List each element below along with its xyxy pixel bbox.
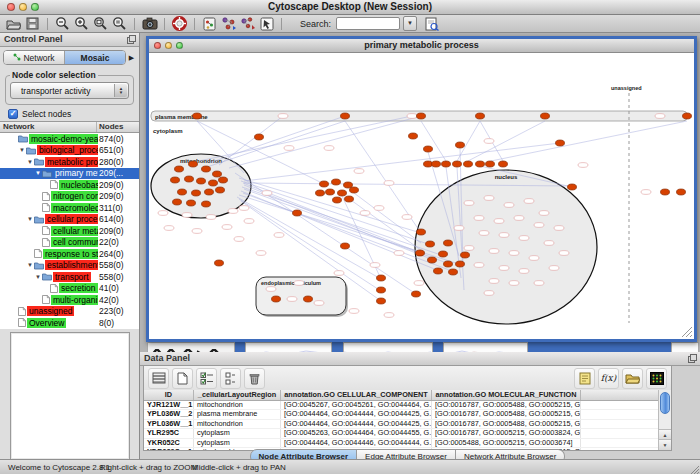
graph-node[interactable]: [173, 199, 182, 205]
tree-expand-arrow[interactable]: ▼: [34, 274, 42, 280]
graph-node-label[interactable]: [484, 196, 494, 201]
graph-node-label[interactable]: [479, 231, 489, 236]
select-nodes-checkbox[interactable]: ✓: [8, 109, 18, 119]
graph-node-label[interactable]: [578, 163, 588, 168]
graph-node-label[interactable]: [234, 237, 244, 242]
search-input[interactable]: [336, 17, 400, 30]
search-dropdown-button[interactable]: ▼: [403, 16, 417, 31]
graph-node[interactable]: [175, 166, 184, 172]
graph-node[interactable]: [213, 171, 222, 177]
graph-node-label[interactable]: [655, 114, 665, 119]
graph-node-label[interactable]: [402, 215, 412, 220]
column-header[interactable]: annotation.GO MOLECULAR_FUNCTION: [432, 390, 581, 400]
tree-row[interactable]: unassigned223(0): [0, 306, 139, 318]
graph-node[interactable]: [316, 190, 325, 196]
graph-node[interactable]: [442, 161, 451, 167]
column-header[interactable]: ID: [144, 390, 194, 400]
zoom-out-icon[interactable]: [54, 16, 71, 31]
import-attributes-icon[interactable]: [622, 368, 643, 389]
column-header[interactable]: _cellularLayoutRegion: [194, 390, 281, 400]
graph-node[interactable]: [320, 181, 329, 187]
graph-node[interactable]: [187, 200, 196, 206]
layout-nodes-icon[interactable]: [220, 16, 237, 31]
graph-node[interactable]: [412, 291, 421, 297]
graph-node[interactable]: [178, 189, 187, 195]
graph-node-label[interactable]: [504, 203, 514, 208]
graph-node[interactable]: [377, 298, 386, 304]
matrix-icon[interactable]: [646, 368, 667, 389]
graph-node[interactable]: [345, 196, 354, 202]
graph-node[interactable]: [189, 161, 198, 167]
unselect-attributes-icon[interactable]: [220, 368, 241, 389]
graph-node-label[interactable]: [360, 211, 370, 216]
graph-node-label[interactable]: [484, 139, 494, 144]
graph-node-label[interactable]: [559, 251, 569, 256]
graph-node-label[interactable]: [474, 263, 484, 268]
network-frame-titlebar[interactable]: primary metabolic process: [149, 39, 694, 53]
graph-node[interactable]: [193, 113, 202, 119]
graph-node[interactable]: [409, 133, 418, 139]
graph-node[interactable]: [439, 251, 448, 257]
graph-node[interactable]: [541, 113, 550, 119]
graph-node[interactable]: [350, 187, 359, 193]
tree-expand-arrow[interactable]: ▼: [18, 147, 26, 153]
graph-node-label[interactable]: [554, 226, 564, 231]
graph-node[interactable]: [453, 161, 462, 167]
graph-node-label[interactable]: [334, 271, 344, 276]
float-panel-icon[interactable]: [688, 354, 697, 363]
graph-node-label[interactable]: [509, 281, 519, 286]
tree-expand-arrow[interactable]: ▼: [26, 216, 34, 222]
graph-node-label[interactable]: [509, 251, 519, 256]
graph-node[interactable]: [341, 243, 350, 249]
graph-node-label[interactable]: [274, 233, 284, 238]
graph-node[interactable]: [377, 287, 386, 293]
layout-edges-icon[interactable]: [239, 16, 256, 31]
graph-node-label[interactable]: [284, 146, 294, 151]
table-row[interactable]: YKR052Ccytoplasm[GO:0044464, GO:0044446,…: [144, 439, 658, 448]
table-row[interactable]: YLR295Ccytoplasm[GO:0045263, GO:0044464,…: [144, 429, 658, 438]
tree-row[interactable]: ▼primary metabo209(...: [0, 168, 139, 180]
graph-node[interactable]: [377, 275, 386, 281]
background-window-fragment[interactable]: [443, 342, 528, 352]
attribute-table-icon[interactable]: [148, 368, 169, 389]
graph-node-label[interactable]: [544, 241, 554, 246]
graph-node[interactable]: [444, 240, 453, 246]
graph-node[interactable]: [332, 179, 341, 185]
background-window-fragment[interactable]: [147, 342, 235, 352]
graph-node[interactable]: [338, 190, 347, 196]
node-color-dropdown[interactable]: transporter activity ▲▼: [10, 82, 129, 99]
graph-node-label[interactable]: [206, 215, 216, 220]
graph-node-label[interactable]: [349, 309, 359, 314]
graph-node-label[interactable]: [192, 229, 202, 234]
tree-row[interactable]: cellular metabo209(0): [0, 225, 139, 237]
graph-node-label[interactable]: [370, 263, 380, 268]
graph-node[interactable]: [171, 177, 180, 183]
graph-node[interactable]: [205, 189, 214, 195]
graph-node[interactable]: [417, 229, 426, 235]
graph-node-label[interactable]: [519, 269, 529, 274]
tree-expand-arrow[interactable]: ▼: [26, 159, 34, 165]
tree-row[interactable]: mosaic-demo-yeast874(0): [0, 133, 139, 145]
background-window-fragment[interactable]: [671, 342, 699, 352]
graph-node[interactable]: [426, 241, 435, 247]
graph-node[interactable]: [428, 257, 437, 263]
graph-node[interactable]: [499, 161, 508, 167]
function-builder-icon[interactable]: f(x): [598, 368, 619, 389]
help-ring-icon[interactable]: [171, 16, 188, 31]
network-canvas[interactable]: plasma membranecytoplasmmitochondrionnuc…: [149, 53, 694, 339]
graph-node-label[interactable]: [539, 211, 549, 216]
graph-node-label[interactable]: [287, 297, 297, 302]
graph-node[interactable]: [197, 178, 206, 184]
tree-row[interactable]: nitrogen compo209(0): [0, 191, 139, 203]
graph-node-label[interactable]: [414, 281, 424, 286]
graph-node-label[interactable]: [384, 313, 394, 318]
graph-node[interactable]: [192, 190, 201, 196]
graph-node[interactable]: [476, 161, 485, 167]
graph-node[interactable]: [416, 250, 425, 256]
graph-node-label[interactable]: [489, 279, 499, 284]
graph-node[interactable]: [677, 189, 686, 195]
background-window-fragment[interactable]: [343, 342, 433, 352]
graph-node-label[interactable]: [489, 249, 499, 254]
tree-row[interactable]: nucleobase-209(0): [0, 179, 139, 191]
graph-node[interactable]: [464, 161, 473, 167]
